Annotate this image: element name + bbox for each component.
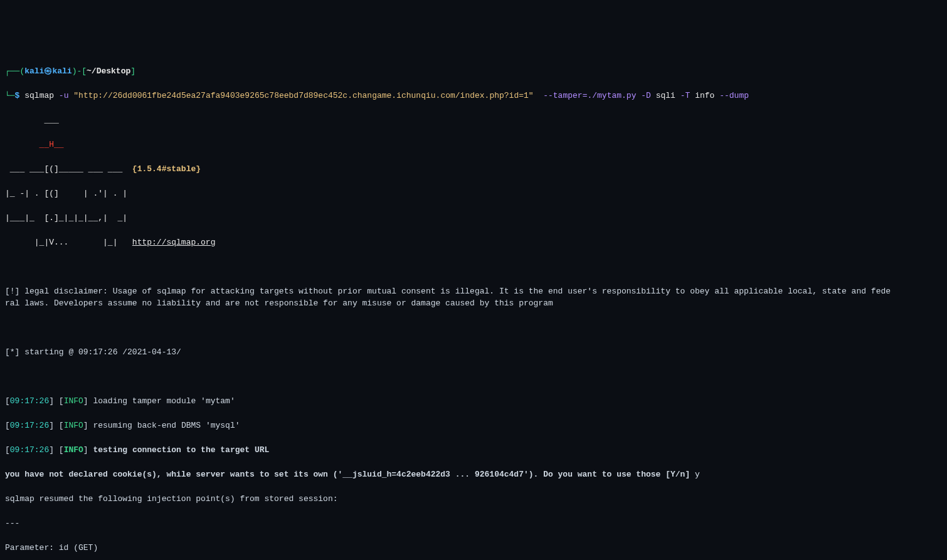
- prompt-line-2[interactable]: └─$ sqlmap -u "http://26dd0061fbe24d5ea2…: [5, 90, 942, 102]
- ascii-l2: __H__: [5, 139, 942, 151]
- prompt-open: ┌──(: [5, 66, 24, 76]
- log-line: [09:17:26] [INFO] testing connection to …: [5, 444, 942, 457]
- prompt-at: ㉿: [44, 66, 52, 76]
- prompt-close: )-[: [72, 66, 87, 76]
- log-line: [09:17:26] [INFO] loading tamper module …: [5, 395, 942, 408]
- cmd-flag-D: -D: [641, 91, 651, 100]
- cmd-tool: sqlmap: [24, 91, 54, 100]
- ascii-l5: |___|_ [.]_|_|_|__,| _|: [5, 212, 942, 225]
- cookie-prompt[interactable]: you have not declared cookie(s), while s…: [5, 468, 942, 481]
- param-line: Parameter: id (GET): [5, 542, 942, 554]
- resumed-line: sqlmap resumed the following injection p…: [5, 493, 942, 505]
- log-line: [09:17:26] [INFO] resuming back-end DBMS…: [5, 420, 942, 432]
- cmd-flag-T: -T: [680, 91, 690, 100]
- cmd-flag-tamper: --tamper=./mytam.py: [543, 91, 636, 100]
- prompt-end: ]: [130, 66, 135, 76]
- ascii-l4: |_ -| . [(] | .'| . |: [5, 188, 942, 200]
- sqlmap-link[interactable]: http://sqlmap.org: [132, 238, 216, 247]
- dashes: ---: [5, 517, 942, 530]
- terminal-output[interactable]: ┌──(kali㉿kali)-[~/Desktop] └─$ sqlmap -u…: [5, 53, 942, 560]
- ascii-l3: ___ ___[(]_____ ___ ___ {1.5.4#stable}: [5, 163, 942, 176]
- cmd-flag-dump: --dump: [719, 91, 749, 100]
- legal-disclaimer: [!] legal disclaimer: Usage of sqlmap fo…: [5, 285, 942, 310]
- ascii-l6: |_|V... |_| http://sqlmap.org: [5, 236, 942, 249]
- cmd-flag-u: -u: [59, 91, 69, 100]
- sqlmap-version: {1.5.4#stable}: [132, 164, 201, 174]
- cmd-db: sqli: [656, 91, 675, 100]
- prompt-host: kali: [52, 66, 71, 76]
- cmd-tbl: info: [695, 91, 714, 100]
- cmd-url: "http://26dd0061fbe24d5ea27afa9403e9265c…: [73, 91, 533, 100]
- prompt-line-1: ┌──(kali㉿kali)-[~/Desktop]: [5, 65, 942, 78]
- starting-line: [*] starting @ 09:17:26 /2021-04-13/: [5, 346, 942, 359]
- ascii-l1: ___: [5, 114, 942, 127]
- prompt-cwd: ~/Desktop: [87, 66, 130, 76]
- prompt-user: kali: [24, 66, 44, 76]
- prompt-prefix2: └─: [5, 91, 15, 100]
- prompt-dollar: $: [15, 91, 20, 100]
